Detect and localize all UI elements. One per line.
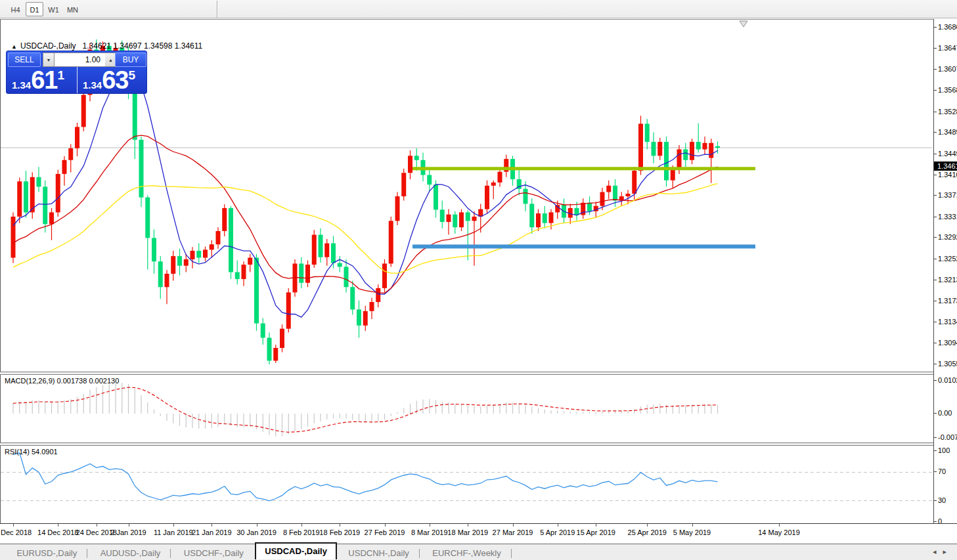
date-axis-label: 15 Apr 2019	[577, 528, 615, 536]
volume-decrease-button[interactable]: ▼	[43, 53, 55, 67]
rsi-panel-canvas[interactable]	[1, 446, 933, 524]
date-axis-label: 8 Mar 2019	[411, 528, 448, 536]
price-axis-tick	[934, 237, 937, 238]
sell-price-big: 61	[31, 66, 57, 94]
candle	[536, 213, 541, 227]
macd-axis-label: 0.0102250	[938, 376, 957, 384]
collapse-panel-icon[interactable]: ▲	[11, 43, 17, 50]
rsi-line	[13, 453, 718, 501]
candle	[273, 348, 278, 361]
date-axis-tick	[340, 524, 340, 527]
candle	[184, 259, 189, 266]
date-axis-tick	[173, 524, 174, 527]
sell-price-small: 1.34	[12, 79, 31, 91]
sell-button[interactable]: SELL	[8, 53, 41, 67]
candle	[472, 217, 477, 221]
trend-line-support[interactable]	[412, 244, 755, 248]
macd-panel-canvas[interactable]	[1, 376, 933, 443]
one-click-trade-panel: SELL ▼ 1.00 ▲ BUY 1.34611 1.34635	[6, 51, 147, 94]
candle	[331, 244, 336, 263]
timeframe-toolbar: H4 D1 W1 MN	[0, 0, 957, 18]
date-axis[interactable]: 5 Dec 201814 Dec 201824 Dec 20182 Jan 20…	[0, 523, 957, 544]
candle	[543, 213, 547, 223]
candle	[491, 183, 496, 186]
tf-button-mn[interactable]: MN	[64, 2, 81, 16]
tf-button-d1[interactable]: D1	[26, 2, 43, 16]
date-axis-tick	[558, 524, 558, 527]
candle	[344, 267, 349, 287]
candle	[427, 175, 432, 185]
tf-button-w1[interactable]: W1	[45, 2, 62, 16]
date-axis-tick	[779, 524, 780, 527]
date-axis-tick	[97, 524, 97, 527]
price-axis-label: 1.34490	[938, 150, 957, 158]
chart-shift-marker-icon[interactable]	[740, 21, 747, 27]
date-axis-tick	[58, 524, 58, 527]
candle	[324, 244, 329, 257]
candle	[299, 264, 303, 283]
tab-eurusd-daily[interactable]: EURUSD-,Daily	[8, 546, 85, 560]
tab-usdcad-daily[interactable]: USDCAD-,Daily	[255, 542, 337, 559]
candle	[690, 142, 694, 160]
candle	[210, 244, 214, 249]
macd-axis-label: -0.0074750	[938, 433, 957, 441]
tab-eurchf-weekly[interactable]: EURCHF-,Weekly	[424, 546, 510, 560]
candle	[549, 212, 554, 223]
tab-usdchf-daily[interactable]: USDCHF-,Daily	[175, 546, 252, 560]
date-axis-label: 5 Dec 2018	[0, 528, 32, 536]
candle	[267, 338, 272, 361]
chart-window: ▲USDCAD-,Daily1.34621 1.34697 1.34598 1.…	[0, 19, 933, 523]
candle	[408, 156, 412, 173]
price-divider	[77, 67, 78, 93]
tab-scroll-left-icon[interactable]: ◂	[933, 548, 943, 555]
price-axis-label: 1.30940	[938, 339, 957, 347]
candle	[696, 142, 701, 149]
trend-line-resistance[interactable]	[412, 167, 755, 170]
macd-rsi-separator[interactable]	[0, 442, 957, 446]
sell-price-display[interactable]: 1.34611	[12, 68, 81, 93]
tab-scroll-right-icon[interactable]: ▸	[943, 548, 953, 555]
rsi-label: RSI(14) 54.0901	[5, 448, 58, 456]
candle	[254, 258, 259, 324]
candle	[626, 194, 631, 196]
main-macd-separator[interactable]	[0, 372, 957, 375]
candle	[376, 288, 380, 302]
price-axis-label: 1.31730	[938, 297, 957, 305]
candle	[242, 265, 246, 279]
date-axis-tick	[257, 524, 257, 527]
rsi-axis-label: 100	[938, 446, 950, 454]
candle	[555, 205, 560, 212]
candle	[171, 256, 175, 274]
rsi-axis-tick	[934, 471, 937, 472]
candle	[370, 302, 374, 311]
price-axis-label: 1.32920	[938, 233, 957, 241]
tf-button-h4[interactable]: H4	[7, 2, 24, 16]
tab-usdcnh-daily[interactable]: USDCNH-,Daily	[340, 546, 417, 560]
buy-price-display[interactable]: 1.34635	[83, 68, 147, 93]
macd-axis-tick	[934, 413, 937, 414]
buy-button[interactable]: BUY	[115, 53, 146, 67]
date-axis-tick	[211, 524, 212, 527]
chart-ohlc-values: 1.34621 1.34697 1.34598 1.34611	[83, 41, 203, 51]
price-axis[interactable]: 1.34611 1.368601.364701.360701.356801.35…	[933, 19, 957, 523]
sell-price-sup: 1	[57, 68, 64, 82]
tab-divider	[87, 549, 87, 558]
price-axis-label: 1.34890	[938, 128, 957, 136]
candle	[523, 189, 528, 204]
date-axis-label: 14 May 2019	[758, 528, 800, 536]
date-axis-label: 14 Dec 2018	[37, 528, 78, 536]
candle	[68, 148, 73, 160]
buy-price-small: 1.34	[83, 79, 102, 91]
candle	[652, 142, 656, 156]
volume-input[interactable]: 1.00	[54, 53, 106, 67]
buy-price-big: 63	[102, 66, 128, 94]
macd-signal-line	[13, 387, 718, 432]
candle	[671, 169, 675, 180]
candle	[715, 146, 720, 148]
candle	[414, 156, 419, 160]
date-axis-label: 27 Mar 2019	[493, 528, 533, 536]
tab-audusd-daily[interactable]: AUDUSD-,Daily	[92, 546, 169, 560]
price-axis-label: 1.36860	[938, 23, 957, 31]
candle	[529, 204, 534, 227]
candle	[286, 292, 291, 328]
